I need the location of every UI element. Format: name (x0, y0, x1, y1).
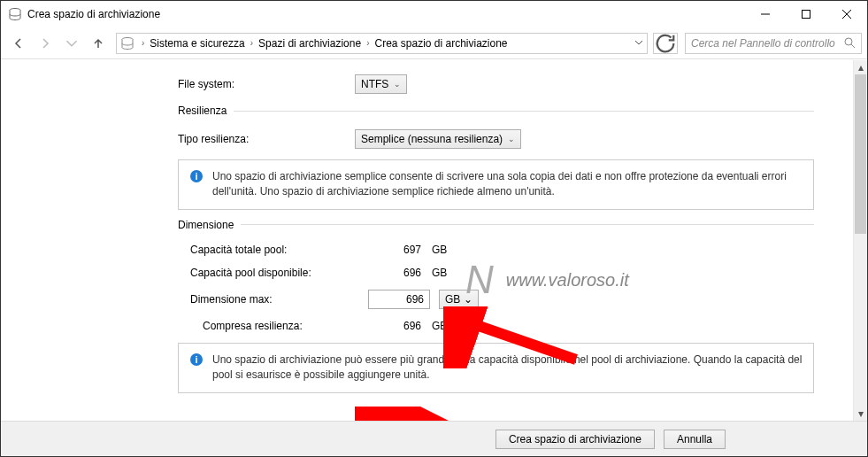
filesystem-select[interactable]: NTFS⌄ (355, 74, 407, 94)
scroll-thumb[interactable] (855, 74, 866, 234)
resilience-type-select[interactable]: Semplice (nessuna resilienza)⌄ (355, 129, 521, 149)
max-dim-input[interactable] (368, 290, 430, 309)
svg-text:i: i (195, 171, 197, 182)
storage-icon (120, 36, 134, 50)
cancel-button[interactable]: Annulla (664, 430, 726, 449)
vertical-scrollbar[interactable]: ▴ ▾ (853, 60, 867, 421)
max-dim-unit-select[interactable]: GB⌄ (439, 290, 479, 309)
dimension-info: i Uno spazio di archiviazione può essere… (178, 343, 814, 393)
search-icon (844, 37, 856, 49)
back-button[interactable] (6, 31, 31, 56)
chevron-down-icon: ⌄ (464, 293, 472, 306)
total-pool-value: 697 (368, 244, 421, 256)
scroll-up-arrow[interactable]: ▴ (854, 60, 867, 74)
scroll-down-arrow[interactable]: ▾ (854, 407, 867, 421)
resil-dim-label: Compresa resilienza: (178, 320, 368, 332)
recent-dropdown[interactable] (59, 31, 84, 56)
resil-dim-value: 696 (368, 320, 421, 332)
avail-pool-unit: GB (421, 267, 457, 279)
total-pool-label: Capacità totale pool: (178, 244, 368, 256)
dimension-group-header: Dimensione (178, 219, 814, 231)
svg-rect-1 (803, 11, 810, 19)
max-dim-label: Dimensione max: (178, 293, 368, 306)
chevron-down-icon: ⌄ (508, 135, 515, 143)
avail-pool-label: Capacità pool disponibile: (178, 267, 368, 279)
avail-pool-value: 696 (368, 267, 421, 279)
resilience-group-header: Resilienza (178, 105, 814, 117)
total-pool-unit: GB (421, 244, 457, 256)
up-button[interactable] (86, 31, 111, 56)
breadcrumb-item[interactable]: Spazi di archiviazione (257, 37, 363, 50)
maximize-button[interactable] (786, 1, 826, 27)
close-button[interactable] (826, 1, 867, 27)
minimize-button[interactable] (745, 1, 786, 27)
info-icon: i (189, 169, 204, 183)
window-controls (745, 1, 867, 27)
window-title: Crea spazio di archiviazione (27, 8, 745, 20)
search-placeholder: Cerca nel Pannello di controllo (691, 37, 844, 50)
titlebar: Crea spazio di archiviazione (1, 1, 867, 27)
chevron-right-icon[interactable]: › (138, 38, 148, 48)
content-area: File system: NTFS⌄ Resilienza Tipo resil… (1, 60, 853, 421)
resilience-type-label: Tipo resilienza: (178, 133, 355, 145)
chevron-down-icon[interactable] (634, 37, 643, 50)
chevron-right-icon[interactable]: › (363, 38, 373, 48)
info-icon: i (189, 352, 204, 367)
forward-button[interactable] (33, 31, 58, 56)
filesystem-label: File system: (178, 78, 355, 90)
footer: Crea spazio di archiviazione Annulla (1, 421, 867, 456)
chevron-right-icon[interactable]: › (247, 38, 257, 48)
refresh-button[interactable] (653, 33, 678, 54)
svg-text:i: i (195, 354, 197, 365)
svg-point-3 (845, 38, 852, 45)
chevron-down-icon: ⌄ (394, 80, 401, 89)
breadcrumb-item[interactable]: Sistema e sicurezza (148, 37, 246, 50)
breadcrumb-item[interactable]: Crea spazio di archiviazione (373, 37, 509, 50)
navigation-bar: › Sistema e sicurezza › Spazi di archivi… (1, 27, 867, 59)
resilience-info: i Uno spazio di archiviazione semplice c… (178, 159, 814, 210)
search-input[interactable]: Cerca nel Pannello di controllo (685, 33, 862, 54)
create-button[interactable]: Crea spazio di archiviazione (495, 430, 655, 449)
storage-icon (8, 7, 22, 21)
address-bar[interactable]: › Sistema e sicurezza › Spazi di archivi… (116, 33, 648, 54)
resil-dim-unit: GB (421, 320, 457, 332)
